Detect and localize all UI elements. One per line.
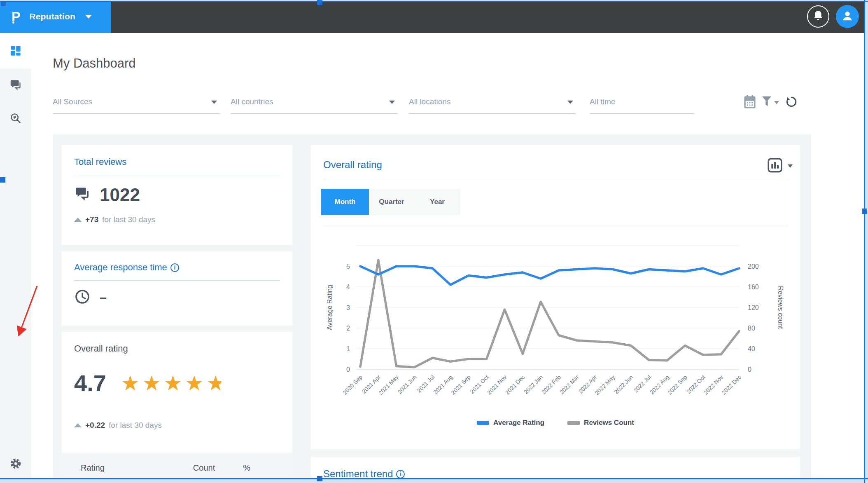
info-icon[interactable]: i [396, 470, 405, 478]
trend-up-icon [74, 218, 82, 222]
legend-label: Reviews Count [584, 419, 634, 427]
svg-text:2022 May: 2022 May [594, 374, 616, 396]
filter-countries-value: All countries [231, 97, 273, 106]
filter-countries[interactable]: All countries [231, 96, 397, 114]
svg-text:160: 160 [748, 284, 759, 291]
chevron-down-icon [567, 101, 573, 104]
overall-rating-title: Overall rating [74, 343, 128, 354]
tab-quarter[interactable]: Quarter [369, 189, 414, 215]
page-title: My Dashboard [53, 56, 136, 71]
annotation-arrow [12, 284, 44, 345]
svg-text:2: 2 [346, 325, 350, 332]
filter-locations-value: All locations [409, 97, 450, 106]
sidebar-item-reviews[interactable] [0, 68, 31, 102]
svg-text:2021 Jun: 2021 Jun [397, 374, 418, 395]
svg-text:2021 May: 2021 May [377, 374, 400, 396]
svg-text:2022 Feb: 2022 Feb [540, 374, 562, 396]
chevron-down-icon [788, 164, 793, 168]
info-icon[interactable]: i [170, 263, 179, 272]
tab-month[interactable]: Month [321, 189, 369, 215]
star-rating: ★★★★★★★★★★ [121, 373, 228, 394]
col-rating: Rating [81, 463, 105, 473]
svg-text:0: 0 [748, 366, 751, 373]
selection-border [865, 0, 868, 483]
selection-border [0, 479, 868, 483]
sidebar-item-review-search[interactable] [0, 102, 31, 136]
svg-text:2022 Jun: 2022 Jun [613, 374, 634, 395]
filter-sources[interactable]: All Sources [53, 96, 219, 114]
legend-average-rating[interactable]: Average Rating [477, 419, 544, 427]
total-reviews-title[interactable]: Total reviews [74, 157, 126, 167]
svg-text:2022 Sep: 2022 Sep [666, 374, 688, 396]
gear-icon [9, 457, 22, 471]
dashboard-icon [10, 45, 21, 58]
selection-handle[interactable] [862, 209, 867, 214]
selection-border [0, 478, 868, 479]
star-rating-fill: ★★★★★ [121, 373, 222, 394]
response-time-card: Average response time i – [62, 251, 292, 326]
total-reviews-value: 1022 [100, 185, 140, 205]
legend-swatch-blue [477, 421, 489, 425]
svg-text:120: 120 [748, 304, 759, 311]
svg-text:2022 Dec: 2022 Dec [720, 374, 742, 396]
sidebar-item-dashboard[interactable] [0, 35, 31, 68]
legend-swatch-gray [567, 421, 580, 425]
svg-text:Average Rating: Average Rating [326, 285, 333, 330]
selection-handle[interactable] [317, 0, 322, 5]
reset-refresh-icon[interactable] [785, 95, 798, 110]
total-reviews-card: Total reviews 1022 +73 for last 30 days [62, 145, 292, 245]
bell-icon [813, 10, 824, 23]
person-icon [841, 9, 854, 23]
selection-border [0, 1, 868, 2]
divider [74, 280, 280, 281]
user-avatar[interactable] [836, 5, 859, 28]
filter-time-value: All time [590, 97, 615, 106]
svg-text:2021 Dec: 2021 Dec [504, 374, 526, 396]
svg-text:3: 3 [346, 304, 350, 311]
svg-text:5: 5 [346, 263, 350, 270]
chevron-down-icon [85, 15, 92, 19]
response-time-title[interactable]: Average response time [74, 262, 167, 273]
filter-funnel-button[interactable] [762, 96, 779, 109]
period-tabs: Month Quarter Year [321, 189, 460, 215]
chevron-down-icon [774, 101, 779, 104]
svg-text:2022 Mar: 2022 Mar [558, 374, 580, 396]
chevron-down-icon [389, 101, 395, 104]
selection-handle[interactable] [317, 476, 322, 481]
notifications-button[interactable] [807, 5, 829, 28]
chat-bubbles-icon [10, 79, 21, 92]
svg-text:2021 Sep: 2021 Sep [450, 374, 472, 396]
clock-icon [75, 289, 90, 306]
legend-label: Average Rating [493, 419, 544, 427]
svg-text:0: 0 [346, 366, 350, 373]
bar-chart-icon [767, 157, 783, 175]
chart-card-title[interactable]: Overall rating [323, 159, 382, 171]
divider [323, 227, 788, 227]
col-count: Count [193, 463, 215, 473]
chart-legend: Average Rating Reviews Count [311, 419, 800, 427]
tab-year[interactable]: Year [414, 189, 460, 215]
overall-rating-delta-period: for last 30 days [109, 421, 162, 430]
sidebar-item-settings[interactable] [0, 448, 31, 481]
chart-type-selector[interactable] [767, 157, 793, 175]
total-reviews-delta-period: for last 30 days [102, 215, 155, 224]
calendar-icon[interactable] [744, 95, 756, 110]
selection-border [864, 0, 865, 483]
brand-logo-icon: P [12, 10, 20, 23]
filter-locations[interactable]: All locations [409, 96, 576, 114]
svg-text:40: 40 [748, 345, 755, 352]
search-heart-icon [10, 113, 21, 126]
selection-handle[interactable] [1, 1, 6, 6]
product-switcher[interactable]: P Reputation [0, 0, 111, 33]
svg-text:2021 Nov: 2021 Nov [486, 374, 508, 396]
overall-rating-value: 4.7 [74, 370, 106, 396]
trend-up-icon [74, 423, 82, 427]
divider [323, 180, 788, 180]
filter-time[interactable]: All time [590, 96, 694, 114]
divider [74, 175, 280, 175]
svg-text:200: 200 [748, 263, 759, 270]
response-time-value: – [100, 291, 107, 305]
svg-text:1: 1 [346, 345, 350, 352]
legend-reviews-count[interactable]: Reviews Count [567, 419, 634, 427]
selection-handle[interactable] [0, 177, 5, 183]
